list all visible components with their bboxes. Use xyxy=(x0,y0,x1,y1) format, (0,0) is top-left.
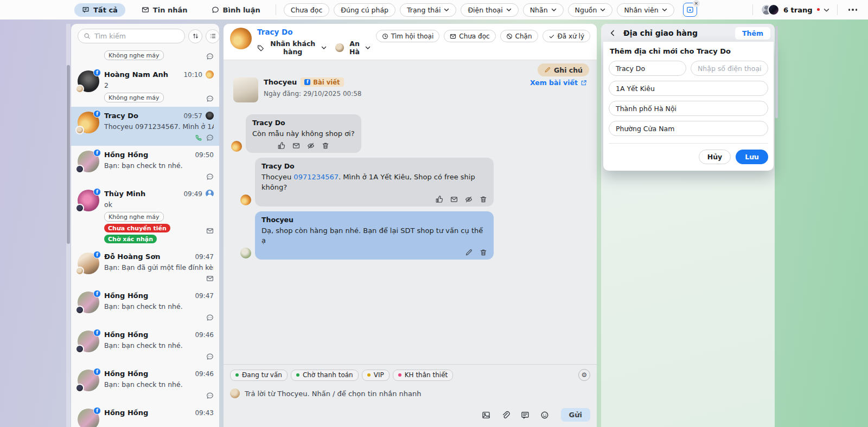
composer[interactable]: Trả lời từ Thocyeu. Nhấn / để chọn tin n… xyxy=(230,389,590,422)
sort-button[interactable] xyxy=(188,29,202,43)
view-post-link[interactable]: Xem bài viết xyxy=(530,77,587,87)
composer-placeholder[interactable]: Trả lời từ Thocyeu. Nhấn / để chọn tin n… xyxy=(245,390,421,398)
conversation-item[interactable]: Hồng Hồng 09:46 Bạn: bạn check tn nhé. xyxy=(71,326,219,365)
avatar xyxy=(768,4,780,16)
image-attach-button[interactable] xyxy=(482,411,490,419)
conversation-tag: Không nghe máy xyxy=(104,50,164,60)
conversation-preview: Bạn: bạn check tn nhé. xyxy=(104,161,214,170)
mark-unread-button[interactable]: Chưa đọc xyxy=(444,30,495,42)
account-label: 6 trang xyxy=(783,6,813,14)
more-menu-button[interactable] xyxy=(845,5,861,14)
page-avatar xyxy=(75,126,84,134)
conversation-item[interactable]: Không nghe máy xyxy=(71,46,219,66)
street-field[interactable] xyxy=(609,81,768,96)
message-bubble[interactable]: Thocyeu Dạ, shop còn hàng bạn nhé. Bạn đ… xyxy=(255,211,494,260)
avatar xyxy=(231,141,242,152)
delete-icon[interactable] xyxy=(480,249,487,256)
recipient-name-field[interactable] xyxy=(609,61,686,76)
divider xyxy=(276,4,276,15)
add-address-button[interactable]: Thêm xyxy=(735,27,770,40)
mark-done-button[interactable]: Đã xử lý xyxy=(542,30,590,42)
facebook-badge-icon xyxy=(93,149,101,157)
notification-dot xyxy=(817,8,820,11)
filter-label[interactable]: Nhãn xyxy=(523,3,564,17)
status-tag[interactable]: Đang tư vấn xyxy=(230,370,288,381)
block-button[interactable]: Chặn xyxy=(500,30,538,42)
conversation-name: Hồng Hồng xyxy=(104,331,192,339)
assignee-dropdown[interactable]: An Hà xyxy=(335,40,370,56)
ward-field[interactable] xyxy=(609,121,768,136)
phone-field[interactable] xyxy=(691,61,768,76)
block-icon xyxy=(506,33,513,40)
page-account-switcher[interactable]: 6 trang xyxy=(761,4,829,16)
file-attach-button[interactable] xyxy=(501,411,510,419)
message-icon xyxy=(142,6,149,14)
quick-reply-button[interactable] xyxy=(521,411,529,419)
send-private-message-icon[interactable] xyxy=(292,142,300,150)
city-field[interactable] xyxy=(609,101,768,116)
customer-label-dropdown[interactable]: Nhãn khách hàng xyxy=(257,40,327,56)
conversation-time: 09:47 xyxy=(195,253,214,261)
status-tag[interactable]: VIP xyxy=(362,370,390,381)
tab-all[interactable]: Tất cả xyxy=(74,3,125,17)
cancel-button[interactable]: Hủy xyxy=(699,150,731,164)
conversation-item[interactable]: Đỗ Hoàng Sơn 09:47 Bạn: Bạn đã gửi một f… xyxy=(71,248,219,287)
conversation-item-selected[interactable]: Tracy Do 09:57 Thocyeu 0971234567. Mình … xyxy=(71,107,219,146)
filter-source[interactable]: Nguồn xyxy=(568,3,613,17)
page-avatar xyxy=(75,165,84,173)
conversation-item[interactable]: Hồng Hồng 09:46 Bạn: bạn check tn nhé. xyxy=(71,365,219,404)
tab-messages[interactable]: Tin nhắn xyxy=(134,3,195,17)
note-button[interactable]: Ghi chú xyxy=(538,63,589,76)
delete-icon[interactable] xyxy=(480,196,487,203)
conversation-item[interactable]: Hồng Hồng 09:43 xyxy=(71,404,219,427)
send-button[interactable]: Gửi xyxy=(561,408,590,422)
send-private-message-icon[interactable] xyxy=(450,196,458,203)
filter-phone[interactable]: Điện thoại xyxy=(461,3,518,17)
message: Tracy Do Thocyeu 0971234567. Mình ở 1A Y… xyxy=(240,158,589,206)
filter-unread[interactable]: Chưa đọc xyxy=(284,3,330,17)
date-filter-button[interactable] xyxy=(683,3,697,17)
conversation-tag: Chờ xác nhận xyxy=(104,235,157,243)
status-tag[interactable]: Chờ thanh toán xyxy=(291,370,359,381)
like-icon[interactable] xyxy=(278,142,285,150)
list-filter-button[interactable] xyxy=(206,29,219,43)
gear-icon[interactable] xyxy=(578,369,590,381)
find-conversation-button[interactable]: Tìm hội thoại xyxy=(376,30,440,42)
facebook-badge-icon xyxy=(93,110,101,118)
conversation-item[interactable]: Thùy Minh 09:49 ok Không nghe máy Chưa c… xyxy=(71,185,219,248)
back-icon[interactable] xyxy=(608,28,617,38)
conversation-item[interactable]: Hồng Hồng 09:50 Bạn: bạn check tn nhé. xyxy=(71,146,219,185)
message-author: Tracy Do xyxy=(261,162,487,170)
message-bubble[interactable]: Tracy Do Thocyeu 0971234567. Mình ở 1A Y… xyxy=(255,158,494,206)
conversation-item[interactable]: Hoàng Nam Anh 10:10 2 Không nghe máy xyxy=(71,66,219,107)
conversation-list: Không nghe máy Hoàng Nam Anh 10:10 2 xyxy=(71,46,219,427)
edit-icon[interactable] xyxy=(465,249,473,256)
search-box[interactable] xyxy=(78,29,185,43)
delete-icon[interactable] xyxy=(322,142,329,150)
search-input[interactable] xyxy=(94,32,179,40)
quick-reply-icon xyxy=(521,411,529,419)
comment-channel-icon xyxy=(206,134,214,141)
message-text: Thocyeu 0971234567. Mình ở 1A Yết Kiêu, … xyxy=(261,172,487,193)
comment-channel-icon xyxy=(206,173,214,180)
status-tag[interactable]: KH thân thiết xyxy=(393,370,454,381)
phone-number-link[interactable]: 0971234567 xyxy=(293,173,339,181)
message-bubble[interactable]: Tracy Do Còn mẫu này không shop ơi? xyxy=(246,114,361,153)
like-icon[interactable] xyxy=(436,196,443,203)
sidebar-scrollbar-thumb[interactable] xyxy=(67,65,70,244)
filter-syntax[interactable]: Đúng cú pháp xyxy=(334,3,395,17)
customer-name-link[interactable]: Tracy Do xyxy=(257,28,371,36)
save-button[interactable]: Lưu xyxy=(736,150,768,164)
conversation-item[interactable]: Hồng Hồng 09:47 Bạn: bạn check tn nhé. xyxy=(71,287,219,326)
paperclip-icon xyxy=(501,411,510,419)
filter-status[interactable]: Trạng thái xyxy=(400,3,456,17)
emoji-button[interactable] xyxy=(540,411,549,419)
hide-comment-icon[interactable] xyxy=(465,196,473,203)
panel-scrollbar-thumb[interactable] xyxy=(775,26,778,118)
filter-staff[interactable]: Nhân viên xyxy=(617,3,674,17)
hide-comment-icon[interactable] xyxy=(307,142,315,150)
tab-comments[interactable]: Bình luận xyxy=(204,3,268,17)
clear-filter-badge[interactable] xyxy=(693,0,700,7)
page-avatar xyxy=(75,345,84,353)
conversation-preview: Bạn: Bạn đã gửi một file đính kèm. xyxy=(104,263,214,271)
